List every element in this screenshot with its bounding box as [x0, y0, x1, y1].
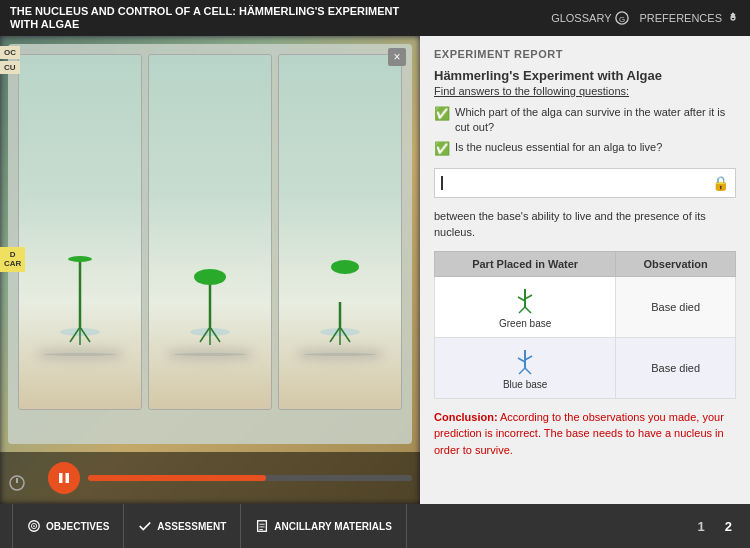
algae-frame-1: [18, 54, 142, 410]
target-icon: [27, 519, 41, 533]
power-button[interactable]: [8, 474, 26, 496]
dialog-images: [8, 44, 412, 414]
question-item-1: ✅ Which part of the alga can survive in …: [434, 105, 736, 136]
check-circle-icon-1: ✅: [434, 105, 450, 123]
table-cell-obs-2: Base died: [616, 337, 736, 398]
svg-line-30: [519, 368, 525, 374]
table-row: Blue base Base died: [435, 337, 736, 398]
video-panel: OC CU ×: [0, 36, 420, 504]
bottom-tabs: OBJECTIVES ASSESSMENT ANCILLARY MATERIAL…: [12, 504, 407, 548]
svg-point-19: [331, 260, 359, 274]
header-actions: GLOSSARY G PREFERENCES: [551, 11, 740, 25]
svg-line-32: [518, 358, 525, 362]
video-controls: [0, 452, 420, 504]
lock-icon: 🔒: [712, 175, 729, 191]
svg-point-36: [33, 525, 35, 527]
green-algae-icon: [510, 285, 540, 315]
glossary-icon: G: [615, 11, 629, 25]
preferences-button[interactable]: PREFERENCES: [639, 11, 740, 25]
report-panel: EXPERIMENT REPORT Hämmerling's Experimen…: [420, 36, 750, 504]
table-cell-part-1: Green base: [435, 276, 616, 337]
tab-assessment[interactable]: ASSESSMENT: [124, 504, 241, 548]
document-icon: [255, 519, 269, 533]
report-heading: Hämmerling's Experiment with Algae: [434, 68, 736, 83]
question-list: ✅ Which part of the alga can survive in …: [434, 105, 736, 158]
page-1-button[interactable]: 1: [692, 517, 711, 536]
text-input-area[interactable]: 🔒: [434, 168, 736, 198]
table-cell-part-2: Blue base: [435, 337, 616, 398]
question-item-2: ✅ Is the nucleus essential for an alga t…: [434, 140, 736, 158]
between-text: between the base's ability to live and t…: [434, 208, 736, 241]
table-header-observation: Observation: [616, 251, 736, 276]
bottom-bar: OBJECTIVES ASSESSMENT ANCILLARY MATERIAL…: [0, 504, 750, 548]
conclusion-label: Conclusion:: [434, 411, 498, 423]
glossary-button[interactable]: GLOSSARY G: [551, 11, 629, 25]
pause-icon: [57, 471, 71, 485]
report-subheading: Find answers to the following questions:: [434, 85, 736, 97]
check-circle-icon-2: ✅: [434, 140, 450, 158]
tab-objectives[interactable]: OBJECTIVES: [12, 504, 124, 548]
pause-button[interactable]: [48, 462, 80, 494]
progress-fill: [88, 475, 266, 481]
svg-line-27: [518, 297, 525, 301]
svg-line-31: [525, 368, 531, 374]
checkmark-icon: [138, 519, 152, 533]
algae-drawing-3: [315, 247, 365, 367]
svg-line-25: [519, 307, 525, 313]
page-numbers: 1 2: [692, 517, 738, 536]
cursor-indicator: [441, 176, 447, 190]
svg-line-26: [525, 307, 531, 313]
table-row: Green base Base died: [435, 276, 736, 337]
app-header: THE NUCLEUS AND CONTROL OF A CELL: HÄMME…: [0, 0, 750, 36]
svg-rect-22: [59, 473, 63, 483]
svg-line-28: [525, 295, 532, 299]
side-label-d[interactable]: DCAR: [0, 247, 25, 272]
algae-frame-3: [278, 54, 402, 410]
algae-drawing-2: [185, 247, 235, 367]
power-icon: [8, 474, 26, 492]
algae-frame-2: [148, 54, 272, 410]
conclusion-box: Conclusion: According to the observation…: [434, 409, 736, 459]
report-title-label: EXPERIMENT REPORT: [434, 48, 736, 60]
main-area: OC CU ×: [0, 36, 750, 504]
svg-line-33: [525, 356, 532, 360]
svg-point-7: [68, 256, 92, 262]
page-2-button[interactable]: 2: [719, 517, 738, 536]
cu-label: CU: [0, 61, 20, 74]
svg-text:G: G: [619, 15, 625, 24]
table-header-part: Part Placed in Water: [435, 251, 616, 276]
app-title: THE NUCLEUS AND CONTROL OF A CELL: HÄMME…: [10, 5, 430, 31]
algae-drawing-1: [55, 247, 105, 367]
observation-table: Part Placed in Water Observation: [434, 251, 736, 399]
dialog-overlay: ×: [8, 44, 412, 444]
tab-ancillary-materials[interactable]: ANCILLARY MATERIALS: [241, 504, 407, 548]
svg-point-13: [194, 269, 226, 285]
svg-rect-23: [66, 473, 70, 483]
dialog-close-button[interactable]: ×: [388, 48, 406, 66]
gear-icon: [726, 11, 740, 25]
progress-bar[interactable]: [88, 475, 412, 481]
table-cell-obs-1: Base died: [616, 276, 736, 337]
blue-algae-icon: [510, 346, 540, 376]
oc-label: OC: [0, 46, 20, 59]
